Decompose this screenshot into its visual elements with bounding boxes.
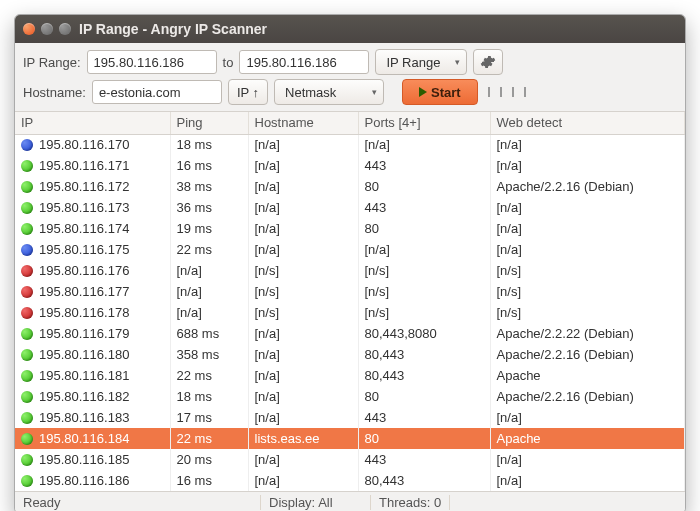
cell-ip: 195.80.116.173 [39, 200, 129, 215]
cell-ip: 195.80.116.171 [39, 158, 129, 173]
cell-ip: 195.80.116.176 [39, 263, 129, 278]
table-row[interactable]: 195.80.116.18616 ms[n/a]80,443[n/a] [15, 470, 685, 491]
cell-ping: 22 ms [170, 239, 248, 260]
status-dot-icon [21, 265, 33, 277]
chevron-down-icon: ▾ [455, 57, 460, 67]
hostname-input[interactable] [92, 80, 222, 104]
table-row[interactable]: 195.80.116.18422 mslists.eas.ee80Apache [15, 428, 685, 449]
status-dot-icon [21, 475, 33, 487]
col-header-ping[interactable]: Ping [170, 112, 248, 134]
status-dot-icon [21, 370, 33, 382]
status-ready: Ready [15, 495, 261, 510]
netmask-select[interactable]: Netmask ▾ [274, 79, 384, 105]
ip-up-button[interactable]: IP ↑ [228, 79, 268, 105]
cell-hostname: [n/a] [248, 365, 358, 386]
cell-hostname: [n/a] [248, 239, 358, 260]
settings-button[interactable] [473, 49, 503, 75]
cell-web: [n/a] [490, 449, 685, 470]
column-toggle-button[interactable] [484, 83, 530, 101]
cell-ports: 80,443,8080 [358, 323, 490, 344]
table-row[interactable]: 195.80.116.177[n/a][n/s][n/s][n/s] [15, 281, 685, 302]
col-header-ip[interactable]: IP [15, 112, 170, 134]
toolbar: IP Range: to IP Range ▾ Hostname: IP ↑ N… [15, 43, 685, 112]
cell-ports: 443 [358, 407, 490, 428]
cell-web: [n/a] [490, 134, 685, 155]
table-row[interactable]: 195.80.116.17018 ms[n/a][n/a][n/a] [15, 134, 685, 155]
cell-ports: 80,443 [358, 344, 490, 365]
cell-ip: 195.80.116.174 [39, 221, 129, 236]
status-dot-icon [21, 223, 33, 235]
table-row[interactable]: 195.80.116.17522 ms[n/a][n/a][n/a] [15, 239, 685, 260]
table-row[interactable]: 195.80.116.179688 ms[n/a]80,443,8080Apac… [15, 323, 685, 344]
cell-ping: [n/a] [170, 260, 248, 281]
close-icon[interactable] [23, 23, 35, 35]
table-row[interactable]: 195.80.116.18218 ms[n/a]80Apache/2.2.16 … [15, 386, 685, 407]
scan-mode-select[interactable]: IP Range ▾ [375, 49, 467, 75]
ip-range-end-input[interactable] [239, 50, 369, 74]
start-button[interactable]: Start [402, 79, 478, 105]
col-header-ports[interactable]: Ports [4+] [358, 112, 490, 134]
cell-hostname: [n/s] [248, 281, 358, 302]
cell-ip: 195.80.116.179 [39, 326, 129, 341]
cell-web: Apache/2.2.22 (Debian) [490, 323, 685, 344]
minimize-icon[interactable] [41, 23, 53, 35]
cell-hostname: [n/a] [248, 176, 358, 197]
table-row[interactable]: 195.80.116.180358 ms[n/a]80,443Apache/2.… [15, 344, 685, 365]
cell-hostname: [n/a] [248, 197, 358, 218]
maximize-icon[interactable] [59, 23, 71, 35]
table-row[interactable]: 195.80.116.18122 ms[n/a]80,443Apache [15, 365, 685, 386]
table-row[interactable]: 195.80.116.176[n/a][n/s][n/s][n/s] [15, 260, 685, 281]
cell-ip: 195.80.116.184 [39, 431, 129, 446]
app-window: IP Range - Angry IP Scanner IP Range: to… [14, 14, 686, 511]
col-header-web[interactable]: Web detect [490, 112, 685, 134]
cell-web: [n/a] [490, 197, 685, 218]
cell-ping: 20 ms [170, 449, 248, 470]
table-row[interactable]: 195.80.116.17238 ms[n/a]80Apache/2.2.16 … [15, 176, 685, 197]
cell-web: [n/s] [490, 302, 685, 323]
status-dot-icon [21, 454, 33, 466]
table-row[interactable]: 195.80.116.17116 ms[n/a]443[n/a] [15, 155, 685, 176]
table-header-row: IP Ping Hostname Ports [4+] Web detect [15, 112, 685, 134]
col-header-hostname[interactable]: Hostname [248, 112, 358, 134]
cell-hostname: lists.eas.ee [248, 428, 358, 449]
table-row[interactable]: 195.80.116.18520 ms[n/a]443[n/a] [15, 449, 685, 470]
cell-ip: 195.80.116.183 [39, 410, 129, 425]
cell-ip: 195.80.116.170 [39, 137, 129, 152]
cell-ip: 195.80.116.175 [39, 242, 129, 257]
cell-ping: [n/a] [170, 281, 248, 302]
titlebar[interactable]: IP Range - Angry IP Scanner [15, 15, 685, 43]
cell-hostname: [n/a] [248, 407, 358, 428]
status-dot-icon [21, 328, 33, 340]
table-row[interactable]: 195.80.116.18317 ms[n/a]443[n/a] [15, 407, 685, 428]
cell-web: Apache/2.2.16 (Debian) [490, 386, 685, 407]
status-dot-icon [21, 391, 33, 403]
cell-ports: 443 [358, 449, 490, 470]
netmask-label: Netmask [285, 85, 336, 100]
cell-ports: [n/a] [358, 239, 490, 260]
chevron-down-icon: ▾ [372, 87, 377, 97]
cell-ip: 195.80.116.177 [39, 284, 129, 299]
cell-ip: 195.80.116.185 [39, 452, 129, 467]
to-label: to [223, 55, 234, 70]
cell-ping: 38 ms [170, 176, 248, 197]
cell-web: [n/s] [490, 281, 685, 302]
cell-ports: [n/s] [358, 302, 490, 323]
ip-range-start-input[interactable] [87, 50, 217, 74]
cell-ports: 443 [358, 155, 490, 176]
table-row[interactable]: 195.80.116.17336 ms[n/a]443[n/a] [15, 197, 685, 218]
status-dot-icon [21, 433, 33, 445]
cell-hostname: [n/a] [248, 449, 358, 470]
cell-ping: 22 ms [170, 428, 248, 449]
cell-hostname: [n/a] [248, 155, 358, 176]
table-row[interactable]: 195.80.116.17419 ms[n/a]80[n/a] [15, 218, 685, 239]
cell-hostname: [n/a] [248, 218, 358, 239]
status-display: Display: All [261, 495, 371, 510]
cell-hostname: [n/a] [248, 386, 358, 407]
cell-ip: 195.80.116.178 [39, 305, 129, 320]
ip-range-label: IP Range: [23, 55, 81, 70]
cell-ping: 19 ms [170, 218, 248, 239]
table-row[interactable]: 195.80.116.178[n/a][n/s][n/s][n/s] [15, 302, 685, 323]
cell-hostname: [n/s] [248, 302, 358, 323]
cell-ports: 443 [358, 197, 490, 218]
status-dot-icon [21, 160, 33, 172]
